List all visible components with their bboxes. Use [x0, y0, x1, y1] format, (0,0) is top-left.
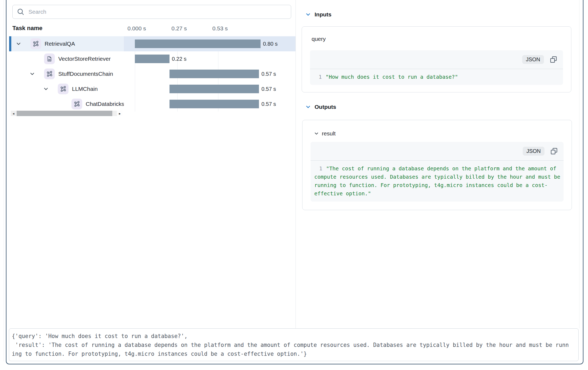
expander-chevron-icon[interactable] [44, 87, 48, 91]
duration-label: 0.80 s [263, 41, 277, 47]
console-output-line: 'result': 'The cost of running a databas… [12, 341, 576, 350]
copy-icon [550, 148, 558, 155]
code-viewer-toolbar: JSON [310, 50, 563, 69]
output-code-content: 1"The cost of running a database depends… [311, 161, 564, 202]
inputs-title: Inputs [315, 11, 331, 18]
code-text: "How much does it cost to run a database… [326, 73, 458, 81]
task-name-column-header: Task name [12, 25, 42, 32]
inputs-card: query JSON 1"How much does it cost to ru… [302, 26, 571, 92]
input-code-content: 1"How much does it cost to run a databas… [310, 69, 563, 85]
console-output-line: ing to function. For prototyping, t4g.mi… [12, 350, 576, 358]
task-row[interactable]: ChatDatabricks 0.57 s [9, 96, 295, 112]
search-input[interactable] [28, 8, 287, 15]
chain-icon [44, 69, 55, 79]
chevron-down-icon [314, 131, 319, 136]
task-row[interactable]: RetrievalQA 0.80 s [9, 36, 295, 51]
expander-chevron-icon[interactable] [30, 71, 35, 76]
outputs-card: result JSON 1"The cost of running a data… [302, 120, 572, 210]
task-label: StuffDocumentsChain [58, 71, 113, 77]
inputs-section-header[interactable]: Inputs [306, 11, 331, 18]
copy-button[interactable] [550, 148, 558, 155]
task-label: RetrievalQA [45, 41, 75, 47]
panel-divider [295, 0, 296, 328]
task-label: ChatDatabricks [86, 101, 124, 107]
expander-chevron-icon[interactable] [16, 41, 21, 46]
axis-tick-label: 0.27 s [171, 25, 187, 32]
code-line: compute resources used. Databases are ty… [314, 173, 560, 181]
task-label: LLMChain [72, 86, 98, 92]
output-field-label: result [322, 130, 336, 137]
json-format-badge[interactable]: JSON [523, 147, 544, 156]
code-line: 1"The cost of running a database depends… [314, 164, 560, 173]
code-line: running to function. For prototyping, t4… [314, 181, 560, 189]
task-label: VectorStoreRetriever [58, 56, 111, 62]
outputs-section-header[interactable]: Outputs [306, 103, 336, 111]
duration-bar[interactable] [169, 70, 259, 78]
code-viewer-toolbar: JSON [311, 142, 564, 161]
axis-tick-label: 0.000 s [128, 25, 146, 32]
chain-icon [30, 38, 41, 49]
json-format-badge[interactable]: JSON [522, 55, 544, 64]
copy-icon [550, 56, 557, 63]
chevron-down-icon [306, 105, 311, 109]
right-panel-gutter [579, 0, 579, 328]
code-line: 1"How much does it cost to run a databas… [314, 73, 559, 81]
duration-label: 0.57 s [261, 101, 276, 107]
horizontal-scrollbar[interactable]: ◂ ▸ [11, 111, 123, 116]
code-text: compute resources used. Databases are ty… [314, 173, 560, 181]
duration-bar[interactable] [169, 85, 259, 93]
duration-label: 0.57 s [261, 71, 276, 77]
console-output: {'query': 'How much does it cost to run … [9, 328, 579, 361]
result-collapse-toggle[interactable]: result [314, 130, 336, 137]
task-row[interactable]: LLMChain 0.57 s [9, 81, 295, 96]
scroll-left-arrow-icon[interactable]: ◂ [11, 111, 16, 116]
scroll-right-button[interactable]: ▸ [117, 111, 123, 116]
line-number: 1 [314, 164, 322, 173]
scrollbar-thumb[interactable] [17, 111, 112, 116]
left-page-gutter [3, 0, 4, 361]
span-tree: RetrievalQA 0.80 s VectorStoreRetriever … [9, 36, 295, 112]
code-text: effective option." [314, 189, 371, 198]
selected-row-accent [9, 36, 11, 51]
task-row[interactable]: StuffDocumentsChain 0.57 s [9, 66, 295, 81]
chain-icon [58, 84, 68, 94]
search-icon [17, 8, 25, 16]
duration-bar[interactable] [169, 100, 259, 108]
trace-viewer: Task name 0.000 s0.27 s0.53 s RetrievalQ… [0, 0, 588, 370]
chevron-down-icon [306, 12, 311, 17]
console-output-line: {'query': 'How much does it cost to run … [12, 332, 576, 341]
code-line: effective option." [314, 189, 560, 198]
chain-icon [71, 99, 82, 109]
input-code-viewer: JSON 1"How much does it cost to run a da… [310, 50, 563, 85]
line-number: 1 [314, 73, 322, 81]
duration-bar[interactable] [135, 39, 261, 48]
copy-button[interactable] [550, 56, 557, 63]
task-row[interactable]: VectorStoreRetriever 0.22 s [9, 51, 295, 66]
duration-label: 0.57 s [261, 86, 276, 92]
code-text: running to function. For prototyping, t4… [314, 181, 548, 189]
output-code-viewer: JSON 1"The cost of running a database de… [311, 142, 564, 202]
search-box[interactable] [12, 5, 291, 19]
input-field-label: query [312, 36, 326, 42]
duration-bar[interactable] [135, 55, 169, 63]
code-text: "The cost of running a database depends … [326, 164, 556, 173]
axis-tick-label: 0.53 s [212, 25, 228, 32]
document-icon [44, 53, 55, 64]
outputs-title: Outputs [315, 104, 336, 110]
duration-label: 0.22 s [172, 56, 186, 62]
